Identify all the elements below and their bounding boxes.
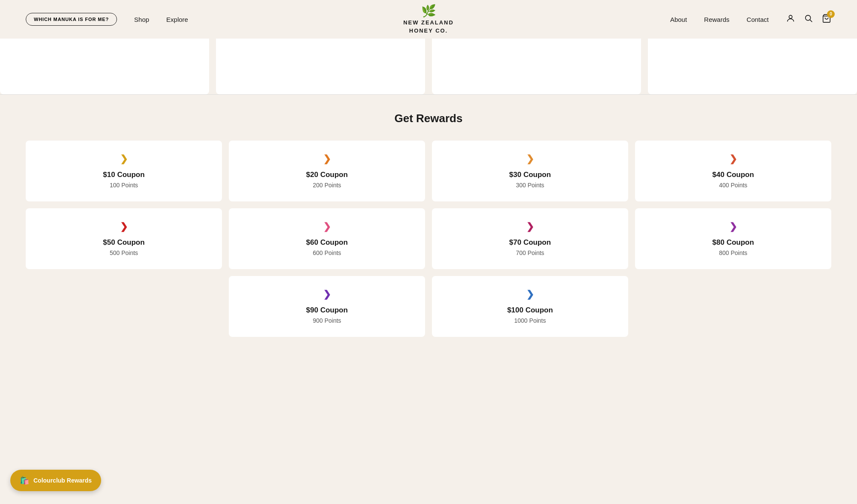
reward-amount-8: $80 Coupon xyxy=(644,238,823,247)
colourclub-rewards-button[interactable]: 🛍️ Colourclub Rewards xyxy=(10,470,101,491)
reward-arrow-10: ❯ xyxy=(440,289,620,300)
quiz-button[interactable]: WHICH MANUKA IS FOR ME? xyxy=(26,13,117,26)
header-left: WHICH MANUKA IS FOR ME? Shop Explore xyxy=(26,13,188,26)
rewards-row-2: ❯ $50 Coupon 500 Points ❯ $60 Coupon 600… xyxy=(26,208,831,269)
nav-left: Shop Explore xyxy=(134,16,188,23)
reward-arrow-5: ❯ xyxy=(34,221,213,232)
reward-amount-4: $40 Coupon xyxy=(644,171,823,179)
reward-card-100[interactable]: ❯ $100 Coupon 1000 Points xyxy=(432,276,628,337)
reward-amount-5: $50 Coupon xyxy=(34,238,213,247)
main-content: Get Rewards ❯ $10 Coupon 100 Points ❯ $2… xyxy=(0,112,857,369)
reward-card-50[interactable]: ❯ $50 Coupon 500 Points xyxy=(26,208,222,269)
reward-card-20[interactable]: ❯ $20 Coupon 200 Points xyxy=(229,141,425,201)
reward-arrow-2: ❯ xyxy=(237,153,417,165)
reward-points-4: 400 Points xyxy=(644,182,823,189)
rewards-row-1: ❯ $10 Coupon 100 Points ❯ $20 Coupon 200… xyxy=(26,141,831,201)
reward-amount-1: $10 Coupon xyxy=(34,171,213,179)
svg-point-1 xyxy=(806,15,811,20)
svg-point-0 xyxy=(789,15,792,18)
header-icons: 0 xyxy=(786,14,831,25)
reward-points-1: 100 Points xyxy=(34,182,213,189)
logo-text: NEW ZEALAND HONEY CO. xyxy=(403,19,454,34)
section-title: Get Rewards xyxy=(26,112,831,125)
cart-button[interactable]: 0 xyxy=(822,14,831,25)
logo[interactable]: 🌿 NEW ZEALAND HONEY CO. xyxy=(403,4,454,34)
section-divider xyxy=(0,94,857,95)
top-strip-cards xyxy=(0,39,857,94)
rewards-row-3: ❯ $90 Coupon 900 Points ❯ $100 Coupon 10… xyxy=(26,276,831,337)
nav-contact[interactable]: Contact xyxy=(746,16,769,23)
reward-amount-9: $90 Coupon xyxy=(237,306,417,315)
reward-points-2: 200 Points xyxy=(237,182,417,189)
account-button[interactable] xyxy=(786,14,795,25)
reward-arrow-3: ❯ xyxy=(440,153,620,165)
reward-arrow-8: ❯ xyxy=(644,221,823,232)
reward-amount-3: $30 Coupon xyxy=(440,171,620,179)
header-right: About Rewards Contact xyxy=(670,14,831,25)
svg-line-2 xyxy=(810,20,812,22)
reward-card-60[interactable]: ❯ $60 Coupon 600 Points xyxy=(229,208,425,269)
reward-card-40[interactable]: ❯ $40 Coupon 400 Points xyxy=(635,141,831,201)
cart-badge: 0 xyxy=(827,10,835,18)
nav-about[interactable]: About xyxy=(670,16,687,23)
reward-card-30[interactable]: ❯ $30 Coupon 300 Points xyxy=(432,141,628,201)
nav-right: About Rewards Contact xyxy=(670,16,769,23)
reward-points-6: 600 Points xyxy=(237,249,417,256)
reward-points-7: 700 Points xyxy=(440,249,620,256)
reward-card-90[interactable]: ❯ $90 Coupon 900 Points xyxy=(229,276,425,337)
reward-points-3: 300 Points xyxy=(440,182,620,189)
reward-card-10[interactable]: ❯ $10 Coupon 100 Points xyxy=(26,141,222,201)
logo-fern-icon: 🌿 xyxy=(403,4,454,18)
nav-rewards[interactable]: Rewards xyxy=(704,16,729,23)
reward-points-10: 1000 Points xyxy=(440,317,620,324)
reward-amount-10: $100 Coupon xyxy=(440,306,620,315)
reward-arrow-9: ❯ xyxy=(237,289,417,300)
nav-shop[interactable]: Shop xyxy=(134,16,149,23)
reward-card-80[interactable]: ❯ $80 Coupon 800 Points xyxy=(635,208,831,269)
nav-explore[interactable]: Explore xyxy=(166,16,188,23)
reward-amount-7: $70 Coupon xyxy=(440,238,620,247)
reward-amount-2: $20 Coupon xyxy=(237,171,417,179)
header: WHICH MANUKA IS FOR ME? Shop Explore 🌿 N… xyxy=(0,0,857,39)
peek-card-1 xyxy=(0,39,209,94)
reward-arrow-7: ❯ xyxy=(440,221,620,232)
peek-card-4 xyxy=(648,39,857,94)
search-button[interactable] xyxy=(804,14,813,25)
peek-card-3 xyxy=(432,39,641,94)
colourclub-label: Colourclub Rewards xyxy=(33,477,92,484)
reward-points-5: 500 Points xyxy=(34,249,213,256)
peek-card-2 xyxy=(216,39,425,94)
reward-amount-6: $60 Coupon xyxy=(237,238,417,247)
reward-points-8: 800 Points xyxy=(644,249,823,256)
reward-arrow-6: ❯ xyxy=(237,221,417,232)
colourclub-icon: 🛍️ xyxy=(20,476,29,485)
reward-arrow-4: ❯ xyxy=(644,153,823,165)
reward-card-70[interactable]: ❯ $70 Coupon 700 Points xyxy=(432,208,628,269)
reward-arrow-1: ❯ xyxy=(34,153,213,165)
reward-points-9: 900 Points xyxy=(237,317,417,324)
